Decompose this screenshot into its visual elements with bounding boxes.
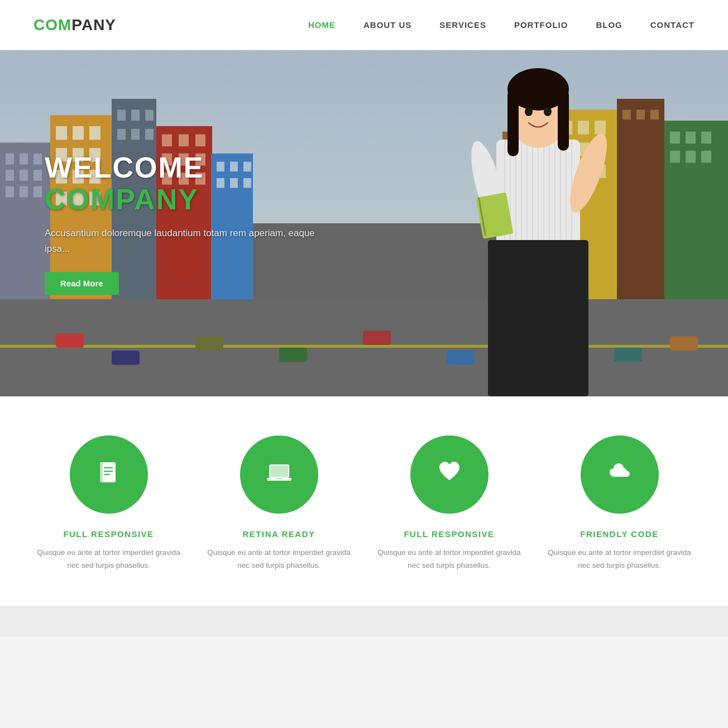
feature-item-1: RETINA READY Quisque eu ante at tortor i…: [205, 435, 353, 572]
feature-desc-1: Quisque eu ante at tortor imperdiet grav…: [205, 547, 353, 572]
nav-link-portfolio[interactable]: PORTFOLIO: [514, 20, 568, 30]
features-grid: FULL RESPONSIVE Quisque eu ante at torto…: [35, 435, 693, 572]
svg-rect-121: [276, 478, 282, 479]
nav-link-contact[interactable]: CONTACT: [650, 20, 695, 30]
feature-item-0: FULL RESPONSIVE Quisque eu ante at torto…: [35, 435, 183, 572]
feature-title-0: FULL RESPONSIVE: [63, 529, 154, 539]
svg-rect-100: [488, 240, 588, 396]
hero-section: WELCOME COMPANY Accusantium doloremque l…: [0, 50, 728, 396]
svg-point-112: [544, 107, 552, 116]
hero-headline-brand: COMPANY: [45, 183, 199, 215]
feature-circle-1: [240, 435, 318, 514]
nav-item-contact[interactable]: CONTACT: [650, 20, 695, 30]
cloud-icon: [605, 458, 634, 491]
feature-item-2: FULL RESPONSIVE Quisque eu ante at torto…: [375, 435, 523, 572]
feature-item-3: FRIENDLY CODE Quisque eu ante at tortor …: [545, 435, 693, 572]
nav-item-home[interactable]: HOME: [308, 20, 336, 30]
hero-content: WELCOME COMPANY Accusantium doloremque l…: [45, 152, 335, 295]
book-icon: [94, 458, 123, 491]
svg-rect-119: [270, 466, 288, 477]
svg-rect-110: [558, 89, 569, 151]
hero-subtext: Accusantium doloremque laudantium totam …: [45, 226, 335, 256]
feature-title-2: FULL RESPONSIVE: [404, 529, 494, 539]
heart-icon: [435, 458, 464, 491]
navbar: COMPANY HOME ABOUT US SERVICES PORTFOLIO…: [0, 0, 728, 50]
nav-item-portfolio[interactable]: PORTFOLIO: [514, 20, 568, 30]
person-svg: [454, 67, 622, 396]
feature-circle-2: [410, 435, 488, 514]
feature-circle-0: [70, 435, 148, 514]
logo-prefix: COM: [33, 16, 71, 33]
feature-title-3: FRIENDLY CODE: [580, 529, 658, 539]
hero-headline: WELCOME COMPANY: [45, 152, 335, 215]
read-more-button[interactable]: Read More: [45, 272, 119, 295]
logo-suffix: PANY: [71, 16, 116, 33]
svg-rect-114: [100, 462, 103, 482]
nav-item-blog[interactable]: BLOG: [596, 20, 622, 30]
logo[interactable]: COMPANY: [33, 16, 116, 34]
nav-link-services[interactable]: SERVICES: [439, 20, 486, 30]
nav-link-blog[interactable]: BLOG: [596, 20, 622, 30]
feature-desc-0: Quisque eu ante at tortor imperdiet grav…: [35, 547, 183, 572]
svg-rect-109: [507, 89, 519, 156]
features-section: FULL RESPONSIVE Quisque eu ante at torto…: [0, 396, 728, 606]
nav-link-home[interactable]: HOME: [308, 20, 336, 30]
footer-bar: [0, 606, 728, 636]
feature-desc-3: Quisque eu ante at tortor imperdiet grav…: [545, 547, 693, 572]
svg-point-111: [525, 107, 533, 116]
nav-item-services[interactable]: SERVICES: [439, 20, 486, 30]
feature-circle-3: [581, 435, 659, 514]
hero-headline-prefix: WELCOME: [45, 151, 204, 184]
feature-desc-2: Quisque eu ante at tortor imperdiet grav…: [375, 547, 523, 572]
nav-link-about[interactable]: ABOUT US: [363, 20, 411, 30]
nav-links: HOME ABOUT US SERVICES PORTFOLIO BLOG CO…: [308, 20, 695, 30]
nav-item-about[interactable]: ABOUT US: [363, 20, 411, 30]
hero-person: [449, 67, 628, 396]
laptop-icon: [265, 458, 294, 491]
feature-title-1: RETINA READY: [243, 529, 315, 539]
